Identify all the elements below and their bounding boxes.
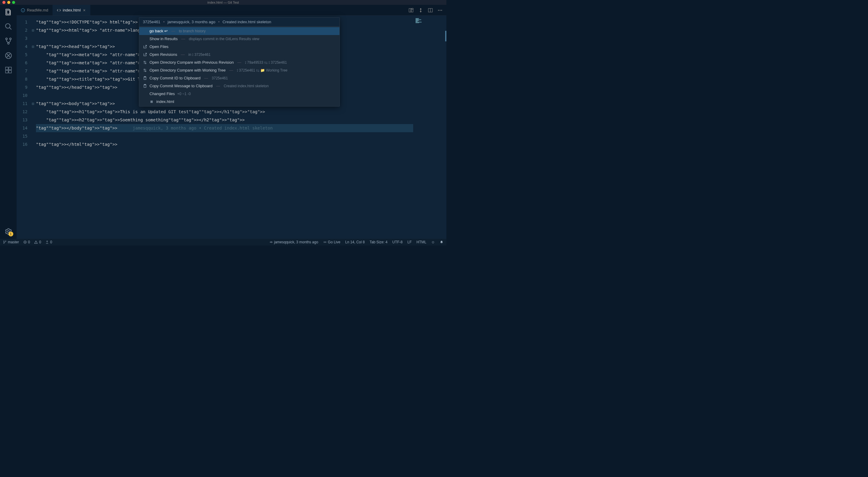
feedback-icon[interactable]: ☺ <box>431 240 435 244</box>
open-icon <box>143 53 147 57</box>
svg-point-1 <box>5 38 7 39</box>
search-icon[interactable] <box>4 22 13 31</box>
palette-item-label: Copy Commit ID to Clipboard <box>150 75 200 82</box>
gitlens-icon[interactable] <box>418 7 424 13</box>
code-icon <box>57 8 61 12</box>
tab-label: index.html <box>63 8 81 12</box>
compare-changes-icon[interactable] <box>408 7 414 13</box>
commit-icon <box>270 240 273 244</box>
svg-point-29 <box>325 242 325 243</box>
tab-label: ReadMe.md <box>27 8 48 12</box>
settings-badge: 1 <box>8 231 13 236</box>
branch-indicator[interactable]: master <box>3 240 19 244</box>
palette-item[interactable]: Open Files <box>139 43 339 51</box>
warning-icon <box>34 240 38 244</box>
fold-gutter: ⊟⊟⊟ <box>32 16 36 239</box>
svg-rect-7 <box>5 70 8 73</box>
go-live-button[interactable]: Go Live <box>323 240 340 244</box>
palette-item-hint: +0 ~1 -0 <box>177 91 191 97</box>
svg-point-0 <box>5 24 10 28</box>
more-icon[interactable] <box>437 7 443 13</box>
window-close-button[interactable] <box>2 1 5 4</box>
palette-item[interactable]: Changed Files+0 ~1 -0 <box>139 90 339 98</box>
palette-item[interactable]: index.html <box>139 98 339 106</box>
minimap[interactable]: ████████████████████████████████████████… <box>413 16 446 239</box>
tab-readme[interactable]: ReadMe.md <box>17 5 53 15</box>
window-zoom-button[interactable] <box>12 1 15 4</box>
palette-item-hint: ⟟ 79a49533 ⇆ ⟟ 3725e461 <box>245 59 287 66</box>
cursor-position[interactable]: Ln 14, Col 8 <box>345 240 365 244</box>
palette-item-label: Show in Results <box>150 36 178 42</box>
palette-item-label: Changed Files <box>150 91 175 97</box>
commit-message: Created index.html skeleton <box>223 20 271 24</box>
svg-point-24 <box>4 241 4 242</box>
tab-bar: ReadMe.md index.html × <box>17 5 446 16</box>
palette-item[interactable]: Copy Commit ID to Clipboard—3725e461 <box>139 74 339 82</box>
minimap-slider[interactable] <box>445 31 446 41</box>
eol[interactable]: LF <box>407 240 412 244</box>
svg-point-13 <box>412 8 413 10</box>
palette-item-label: go back ↩ <box>150 28 167 34</box>
tab-index-html[interactable]: index.html × <box>53 5 90 15</box>
settings-icon[interactable]: 1 <box>4 227 13 236</box>
compare-icon <box>143 60 147 65</box>
encoding[interactable]: UTF-8 <box>392 240 403 244</box>
svg-rect-5 <box>5 67 8 70</box>
palette-item[interactable]: Copy Commit Message to Clipboard—Created… <box>139 82 339 90</box>
svg-rect-11 <box>409 8 411 12</box>
svg-point-23 <box>151 101 152 102</box>
tab-size[interactable]: Tab Size: 4 <box>370 240 388 244</box>
palette-item-hint: in ⟟ 3725e461 <box>188 51 211 58</box>
palette-item[interactable]: go back ↩—to branch history <box>139 27 339 35</box>
broadcast-icon <box>323 240 327 244</box>
svg-point-2 <box>9 38 11 39</box>
explorer-icon[interactable] <box>4 8 13 16</box>
palette-item-hint: ⟟ 3725e461 ⇆ 📁 Working Tree <box>237 67 287 74</box>
branch-icon <box>3 240 7 244</box>
remote-icon <box>45 240 49 244</box>
blame-status[interactable]: jamesqquick, 3 months ago <box>270 240 318 244</box>
file-icon <box>150 100 154 104</box>
palette-item[interactable]: Open Directory Compare with Working Tree… <box>139 66 339 74</box>
line-number-gutter: 12345678910111213141516 <box>17 16 32 239</box>
gitlens-commit-palette: 3725e461 • jamesqquick, 3 months ago • C… <box>139 17 340 106</box>
source-control-icon[interactable] <box>4 37 13 45</box>
palette-list: go back ↩—to branch historyShow in Resul… <box>139 27 339 106</box>
palette-item-hint: Created index.html skeleton <box>224 83 269 89</box>
editor[interactable]: 12345678910111213141516 ⊟⊟⊟ "tag""tag">>… <box>17 16 446 239</box>
errors-indicator[interactable]: 0 <box>23 240 30 244</box>
debug-icon[interactable] <box>4 51 13 60</box>
palette-item-label: Open Directory Compare with Working Tree <box>150 67 226 74</box>
open-icon <box>143 45 147 49</box>
palette-item-label: Open Revisions <box>150 51 177 58</box>
warnings-indicator[interactable]: 0 <box>34 240 41 244</box>
close-icon[interactable]: × <box>83 8 86 13</box>
palette-item-label: index.html <box>156 98 174 105</box>
clipboard-icon <box>143 76 147 80</box>
svg-point-28 <box>271 242 272 243</box>
remote-indicator[interactable]: 0 <box>45 240 52 244</box>
palette-item-label: Open Directory Compare with Previous Rev… <box>150 59 234 66</box>
palette-item[interactable]: Open Revisions—in ⟟ 3725e461 <box>139 51 339 59</box>
palette-item-hint: 3725e461 <box>212 75 228 82</box>
palette-item-hint: to branch history <box>179 28 206 34</box>
palette-item-label: Copy Commit Message to Clipboard <box>150 83 213 89</box>
palette-header: 3725e461 • jamesqquick, 3 months ago • C… <box>139 18 339 27</box>
svg-point-25 <box>5 241 6 242</box>
palette-item[interactable]: Show in Results—displays commit in the G… <box>139 35 339 43</box>
error-icon <box>23 240 27 244</box>
svg-rect-8 <box>9 70 11 73</box>
svg-point-15 <box>438 10 439 10</box>
titlebar: index.html — Git Test <box>0 0 446 5</box>
palette-item-hint: displays commit in the GitLens Results v… <box>189 36 259 42</box>
extensions-icon[interactable] <box>4 66 13 74</box>
compare-icon <box>143 68 147 72</box>
palette-item[interactable]: Open Directory Compare with Previous Rev… <box>139 59 339 66</box>
window-title: index.html — Git Test <box>208 1 239 4</box>
window-minimize-button[interactable] <box>7 1 10 4</box>
info-icon <box>21 8 25 12</box>
notifications-icon[interactable] <box>440 240 443 244</box>
language-mode[interactable]: HTML <box>416 240 427 244</box>
svg-point-16 <box>440 10 441 10</box>
split-editor-icon[interactable] <box>428 7 433 13</box>
